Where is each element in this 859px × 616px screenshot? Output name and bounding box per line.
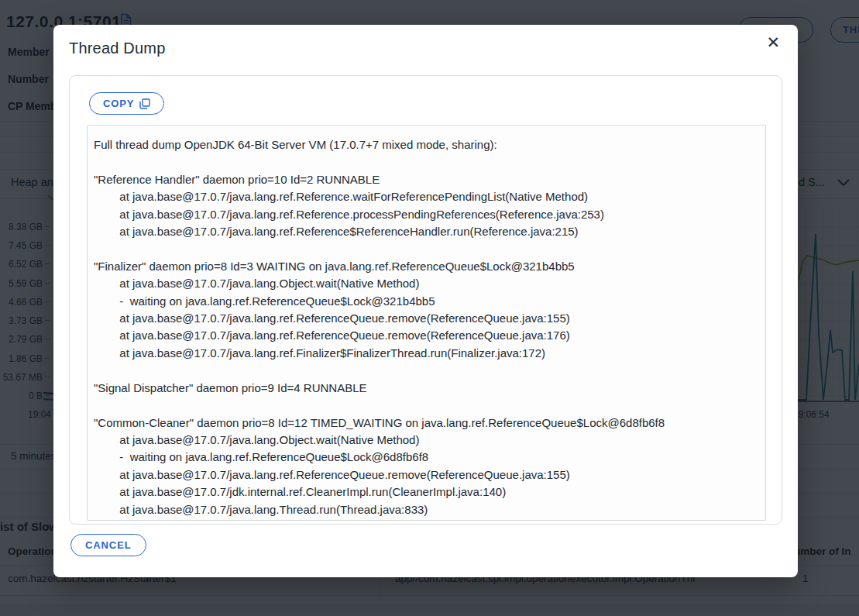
screen: 127.0.0.1:5701 THR MemberNumberCP Memb H… — [0, 0, 859, 616]
copy-icon — [139, 98, 150, 109]
thread-dump-card: COPY Full thread dump OpenJDK 64-Bit Ser… — [69, 75, 782, 525]
thread-dump-text[interactable]: Full thread dump OpenJDK 64-Bit Server V… — [87, 125, 766, 521]
close-icon[interactable]: ✕ — [763, 31, 783, 53]
copy-button-label: COPY — [103, 98, 134, 109]
cancel-button-label: CANCEL — [85, 539, 132, 551]
copy-button[interactable]: COPY — [89, 92, 164, 115]
thread-dump-modal: Thread Dump ✕ COPY Full thread dump Open… — [53, 25, 798, 577]
modal-title: Thread Dump — [69, 40, 165, 57]
cancel-button[interactable]: CANCEL — [70, 534, 146, 556]
